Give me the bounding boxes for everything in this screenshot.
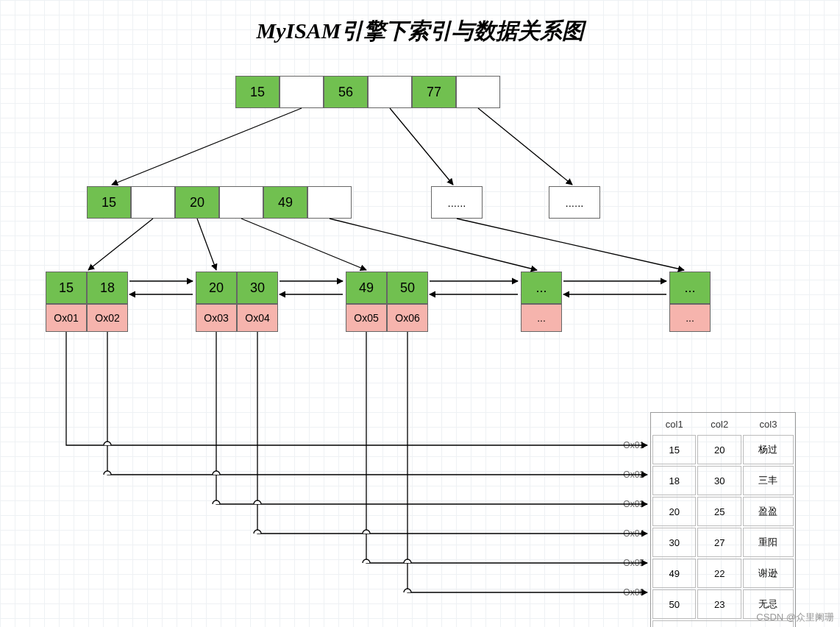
svg-line-1 [390, 108, 453, 185]
svg-line-0 [112, 108, 302, 185]
arrows-layer [0, 0, 840, 627]
svg-line-7 [457, 219, 684, 270]
svg-line-5 [241, 219, 366, 270]
svg-line-2 [478, 108, 572, 185]
svg-line-4 [197, 219, 216, 270]
svg-line-3 [88, 219, 153, 270]
svg-line-6 [330, 219, 537, 270]
